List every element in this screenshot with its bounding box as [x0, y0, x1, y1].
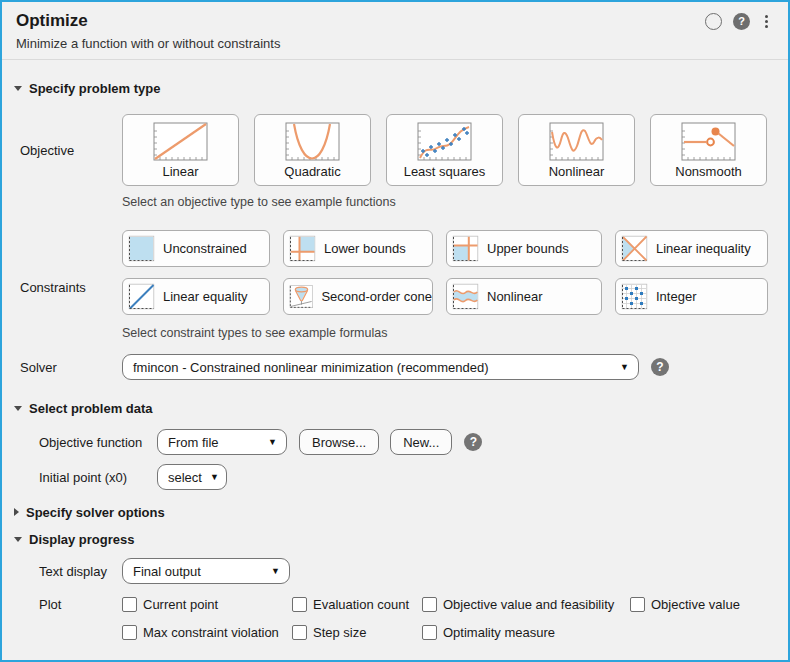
- solver-dropdown[interactable]: fmincon - Constrained nonlinear minimiza…: [122, 354, 639, 380]
- objective-function-label: Objective function: [2, 435, 157, 450]
- nonlinear-plot-icon: [549, 122, 605, 162]
- nonsmooth-plot-icon: [681, 122, 737, 162]
- constraint-button-label: Unconstrained: [163, 241, 247, 256]
- checkbox-label: Objective value: [651, 597, 740, 612]
- linear-equality-icon: [128, 283, 155, 310]
- constraint-button-upper-bounds[interactable]: Upper bounds: [446, 230, 602, 267]
- collapse-arrow-icon: [14, 537, 22, 542]
- constraint-button-label: Nonlinear: [487, 289, 543, 304]
- checkbox-objective-value-and-feasibility[interactable]: [422, 597, 437, 612]
- integer-icon: [621, 283, 648, 310]
- solver-help-icon[interactable]: ?: [651, 358, 669, 376]
- page-title: Optimize: [16, 11, 772, 31]
- objective-hint: Select an objective type to see example …: [122, 195, 788, 210]
- nonlinear-constraint-icon: [452, 283, 479, 310]
- text-display-dropdown-value: Final output: [133, 564, 201, 579]
- section-select-problem-data[interactable]: Select problem data: [14, 400, 788, 416]
- new-button[interactable]: New...: [390, 429, 452, 455]
- linear-inequality-icon: [621, 235, 648, 262]
- constraint-button-linear-inequality[interactable]: Linear inequality: [615, 230, 768, 267]
- checkbox-current-point[interactable]: [122, 597, 137, 612]
- section-heading: Specify solver options: [26, 505, 165, 520]
- constraint-button-nonlinear[interactable]: Nonlinear: [446, 278, 602, 315]
- chevron-down-icon: ▼: [271, 566, 280, 576]
- constraints-label: Constraints: [20, 280, 86, 295]
- text-display-dropdown[interactable]: Final output ▼: [122, 558, 290, 584]
- upper-bounds-icon: [452, 235, 479, 262]
- optimize-task-panel: Optimize Minimize a function with or wit…: [0, 0, 790, 662]
- page-subtitle: Minimize a function with or without cons…: [16, 36, 772, 51]
- objective-button-least-squares[interactable]: Least squares: [386, 114, 503, 186]
- lower-bounds-icon: [289, 235, 316, 262]
- least-squares-plot-icon: [417, 122, 473, 162]
- chevron-down-icon: ▼: [620, 362, 629, 372]
- checkbox-label: Max constraint violation: [143, 625, 279, 640]
- quadratic-plot-icon: [285, 122, 341, 162]
- help-icon[interactable]: ?: [733, 13, 750, 30]
- expand-arrow-icon: [14, 508, 19, 516]
- section-display-progress[interactable]: Display progress: [14, 531, 788, 547]
- section-specify-solver-options[interactable]: Specify solver options: [14, 504, 788, 520]
- initial-point-dropdown[interactable]: select ▼: [157, 464, 227, 490]
- constraint-button-linear-equality[interactable]: Linear equality: [122, 278, 270, 315]
- objective-button-nonsmooth[interactable]: Nonsmooth: [650, 114, 767, 186]
- objective-button-quadratic[interactable]: Quadratic: [254, 114, 371, 186]
- plot-label: Plot: [2, 597, 122, 612]
- checkbox-label: Current point: [143, 597, 218, 612]
- checkbox-optimality-measure[interactable]: [422, 625, 437, 640]
- objective-function-dropdown-value: From file: [168, 435, 219, 450]
- browse-button[interactable]: Browse...: [299, 429, 379, 455]
- chevron-down-icon: ▼: [268, 437, 277, 447]
- section-specify-problem-type[interactable]: Specify problem type: [14, 80, 788, 96]
- objective-label: Objective: [2, 143, 122, 158]
- kebab-menu-icon[interactable]: [761, 14, 772, 29]
- checkbox-step-size[interactable]: [292, 625, 307, 640]
- checkbox-evaluation-count[interactable]: [292, 597, 307, 612]
- checkbox-label: Optimality measure: [443, 625, 555, 640]
- constraint-button-label: Linear inequality: [656, 241, 751, 256]
- checkbox-max-constraint-violation[interactable]: [122, 625, 137, 640]
- constraint-button-label: Integer: [656, 289, 696, 304]
- autorun-circle-icon[interactable]: [705, 13, 722, 30]
- header: Optimize Minimize a function with or wit…: [2, 2, 788, 60]
- checkbox-label: Evaluation count: [313, 597, 409, 612]
- section-heading: Specify problem type: [29, 81, 160, 96]
- chevron-down-icon: ▼: [210, 472, 219, 482]
- checkbox-label: Step size: [313, 625, 366, 640]
- objective-button-label: Least squares: [404, 165, 486, 179]
- objective-button-label: Quadratic: [284, 165, 340, 179]
- objective-button-label: Nonsmooth: [675, 165, 741, 179]
- constraint-button-integer[interactable]: Integer: [615, 278, 768, 315]
- section-heading: Select problem data: [29, 401, 153, 416]
- unconstrained-icon: [128, 235, 155, 262]
- collapse-arrow-icon: [14, 86, 22, 91]
- solver-label: Solver: [2, 360, 122, 375]
- objective-function-dropdown[interactable]: From file ▼: [157, 429, 287, 455]
- checkbox-label: Objective value and feasibility: [443, 597, 614, 612]
- constraint-button-label: Linear equality: [163, 289, 248, 304]
- solver-dropdown-value: fmincon - Constrained nonlinear minimiza…: [133, 360, 489, 375]
- checkbox-objective-value[interactable]: [630, 597, 645, 612]
- constraint-button-label: Lower bounds: [324, 241, 406, 256]
- constraints-hint: Select constraint types to see example f…: [122, 326, 788, 341]
- objective-function-help-icon[interactable]: ?: [464, 433, 482, 451]
- objective-button-linear[interactable]: Linear: [122, 114, 239, 186]
- initial-point-label: Initial point (x0): [2, 470, 157, 485]
- objective-button-label: Linear: [162, 165, 198, 179]
- collapse-arrow-icon: [14, 406, 22, 411]
- second-order-cone-icon: [289, 283, 313, 310]
- linear-plot-icon: [153, 122, 209, 162]
- constraint-button-label: Upper bounds: [487, 241, 569, 256]
- constraint-button-label: Second-order cone: [321, 289, 432, 304]
- initial-point-dropdown-value: select: [168, 470, 202, 485]
- constraint-button-second-order-cone[interactable]: Second-order cone: [283, 278, 433, 315]
- objective-button-label: Nonlinear: [549, 165, 605, 179]
- objective-button-nonlinear[interactable]: Nonlinear: [518, 114, 635, 186]
- text-display-label: Text display: [2, 564, 122, 579]
- section-heading: Display progress: [29, 532, 135, 547]
- constraint-button-unconstrained[interactable]: Unconstrained: [122, 230, 270, 267]
- constraint-button-lower-bounds[interactable]: Lower bounds: [283, 230, 433, 267]
